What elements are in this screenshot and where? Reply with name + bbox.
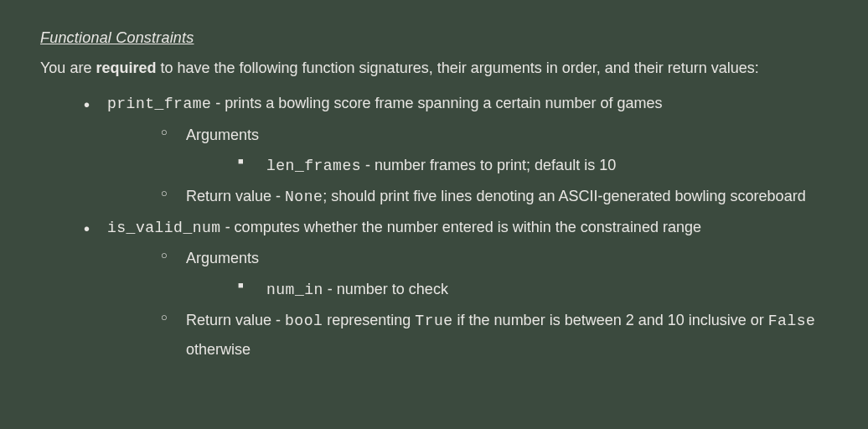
- func2-arg1-name: num_in: [266, 282, 323, 298]
- func2-arg1: num_in - number to check: [238, 275, 828, 304]
- func1-arg1: len_frames - number frames to print; def…: [238, 151, 828, 180]
- func1-return-post: ; should print five lines denoting an AS…: [323, 188, 805, 204]
- functional-constraints-section: Functional Constraints You are required …: [40, 23, 828, 364]
- func2-return-code2: True: [415, 313, 452, 329]
- intro-bold: required: [96, 59, 156, 76]
- func2-arg1-desc: - number to check: [323, 281, 448, 297]
- func2-return-code1: bool: [285, 313, 323, 329]
- func2-desc: - computes whether the number entered is…: [221, 219, 701, 235]
- func1-args-label: Arguments: [186, 127, 259, 143]
- func2-return-post: otherwise: [186, 341, 251, 358]
- func1-arg1-desc: - number frames to print; default is 10: [361, 157, 616, 173]
- function-item-print-frame: print_frame - prints a bowling score fra…: [84, 89, 828, 211]
- func1-return-pre: Return value -: [186, 188, 285, 204]
- func2-args-label: Arguments: [186, 250, 259, 266]
- intro-post: to have the following function signature…: [156, 59, 758, 76]
- func1-name: print_frame: [107, 96, 211, 112]
- func1-arguments: Arguments len_frames - number frames to …: [161, 121, 828, 180]
- func2-return-mid2: if the number is between 2 and 10 inclus…: [453, 312, 768, 328]
- function-item-is-valid-num: is_valid_num - computes whether the numb…: [84, 213, 828, 364]
- func1-details: Arguments len_frames - number frames to …: [107, 121, 828, 212]
- func2-return-pre: Return value -: [186, 312, 285, 328]
- func1-desc: - prints a bowling score frame spanning …: [211, 95, 662, 111]
- func1-args-list: len_frames - number frames to print; def…: [186, 151, 828, 180]
- func2-arguments: Arguments num_in - number to check: [161, 244, 828, 303]
- intro-text: You are required to have the following f…: [40, 54, 828, 82]
- section-heading: Functional Constraints: [40, 23, 828, 52]
- intro-pre: You are: [40, 59, 96, 76]
- func1-return-code: None: [285, 189, 323, 205]
- func2-details: Arguments num_in - number to check Retur…: [107, 244, 828, 364]
- func2-return-mid1: representing: [323, 312, 415, 328]
- func2-name: is_valid_num: [107, 220, 221, 236]
- func2-return: Return value - bool representing True if…: [161, 306, 828, 364]
- func2-return-code3: False: [768, 313, 816, 329]
- function-list: print_frame - prints a bowling score fra…: [40, 89, 828, 364]
- func2-args-list: num_in - number to check: [186, 275, 828, 304]
- func1-arg1-name: len_frames: [266, 158, 361, 174]
- func1-return: Return value - None; should print five l…: [161, 182, 828, 211]
